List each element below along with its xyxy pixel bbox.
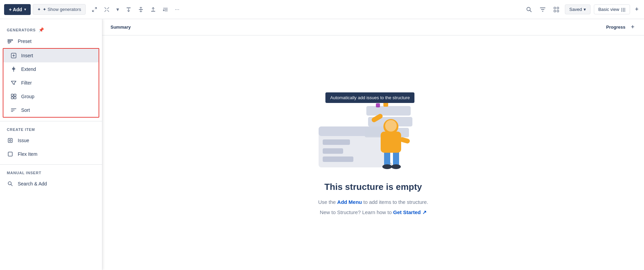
chevron-down-toolbar-icon[interactable]: ▾ (114, 5, 121, 14)
extend-label: Extend (21, 66, 36, 72)
align-bot-icon[interactable] (148, 5, 158, 14)
svg-rect-40 (376, 103, 380, 107)
align-top-icon[interactable] (124, 5, 133, 14)
svg-rect-13 (11, 94, 13, 96)
divider-2 (0, 164, 102, 165)
expand-icon[interactable] (90, 5, 99, 14)
svg-rect-15 (11, 97, 13, 99)
search-add-icon (7, 180, 14, 187)
saved-label: Saved (569, 7, 582, 12)
table-header: Summary Progress + (102, 19, 644, 35)
preset-label: Preset (18, 39, 31, 44)
svg-rect-10 (8, 43, 10, 44)
filter-toolbar-icon[interactable] (538, 5, 548, 14)
add-progress-column-button[interactable]: + (629, 22, 636, 32)
svg-rect-17 (8, 138, 12, 142)
empty-illustration (308, 96, 424, 171)
add-chevron: ▾ (24, 7, 26, 11)
sort-icon (10, 107, 17, 114)
filter-label: Filter (21, 80, 32, 86)
issue-icon (7, 137, 14, 144)
svg-point-31 (382, 164, 392, 169)
more-icon[interactable]: ··· (173, 5, 181, 14)
toolbar-icons: ▾ ··· (90, 5, 181, 14)
auto-add-tooltip: Automatically add issues to the structur… (325, 92, 414, 103)
summary-column-header: Summary (111, 25, 606, 30)
flex-item-label: Flex Item (18, 151, 38, 157)
extend-icon (10, 66, 17, 73)
menu-item-flex-item[interactable]: Flex Item (0, 147, 102, 161)
svg-point-18 (10, 140, 11, 141)
empty-state: Automatically add issues to the structur… (102, 35, 644, 270)
menu-item-group[interactable]: Group (3, 90, 99, 103)
group-label: Group (21, 94, 34, 99)
progress-column-header: Progress (606, 25, 625, 30)
generators-group: Insert Extend Filter Group (3, 48, 99, 118)
issue-label: Issue (18, 138, 29, 143)
pin-icon[interactable]: 📌 (39, 27, 44, 32)
saved-button[interactable]: Saved ▾ (565, 4, 590, 14)
svg-rect-23 (323, 139, 350, 145)
structure-toolbar-icon[interactable] (551, 5, 561, 14)
dropdown-panel: GENERATORS 📌 Preset Insert (0, 19, 102, 270)
svg-rect-25 (323, 156, 353, 162)
illustration-wrapper: Automatically add issues to the structur… (322, 89, 424, 171)
add-menu-link[interactable]: Add Menu (337, 199, 362, 205)
wand-icon: ✦ (37, 7, 41, 12)
menu-item-issue[interactable]: Issue (0, 134, 102, 147)
menu-item-sort[interactable]: Sort (3, 103, 99, 117)
insert-label: Insert (21, 53, 33, 58)
flex-item-icon (7, 151, 14, 158)
svg-rect-6 (554, 10, 556, 12)
svg-rect-16 (14, 97, 16, 99)
svg-rect-1 (139, 9, 143, 10)
search-toolbar-icon[interactable] (524, 5, 534, 14)
svg-rect-9 (8, 41, 11, 42)
svg-rect-19 (8, 152, 12, 156)
empty-title: This structure is empty (324, 182, 422, 192)
manual-insert-section-label: MANUAL INSERT (0, 168, 102, 177)
indent-icon[interactable] (161, 5, 170, 14)
align-mid-icon[interactable] (136, 5, 146, 14)
content-area: GENERATORS 📌 Preset Insert (0, 19, 644, 270)
svg-rect-7 (557, 10, 559, 12)
create-item-section-label: CREATE ITEM (0, 125, 102, 134)
svg-point-35 (385, 120, 397, 132)
toolbar-right: Saved ▾ Basic view ||| + (524, 4, 640, 14)
collapse-icon[interactable] (102, 5, 112, 14)
basic-view-label: Basic view (598, 7, 619, 12)
show-generators-button[interactable]: ✦ ✦ Show generators (33, 4, 86, 15)
menu-item-search-add[interactable]: Search & Add (0, 177, 102, 191)
toolbar: + Add ▾ ✦ ✦ Show generators ▾ ··· (0, 0, 644, 19)
generators-section-label: GENERATORS 📌 (0, 25, 102, 34)
saved-chevron: ▾ (584, 7, 586, 12)
svg-point-32 (391, 164, 401, 169)
divider-1 (0, 121, 102, 121)
preset-icon (7, 38, 14, 45)
lines-icon: ||| (621, 7, 626, 12)
filter-menu-icon (10, 79, 17, 86)
main-panel: Summary Progress + Automatically add iss… (102, 19, 644, 270)
menu-item-filter[interactable]: Filter (3, 76, 99, 90)
svg-rect-2 (151, 11, 155, 12)
group-icon (10, 93, 17, 100)
svg-rect-24 (323, 148, 343, 154)
menu-item-extend[interactable]: Extend (3, 62, 99, 76)
add-label: + Add (9, 7, 22, 12)
svg-rect-26 (366, 106, 411, 116)
empty-subtitle-2: New to Structure? Learn how to Get Start… (320, 208, 426, 217)
menu-item-preset[interactable]: Preset (0, 34, 102, 48)
svg-rect-0 (127, 7, 131, 8)
basic-view-button[interactable]: Basic view ||| (594, 4, 630, 14)
get-started-link[interactable]: Get Started ↗ (393, 209, 427, 215)
search-add-label: Search & Add (18, 181, 47, 186)
svg-rect-14 (14, 94, 16, 96)
svg-rect-8 (8, 40, 13, 41)
add-button[interactable]: + Add ▾ (4, 4, 31, 15)
menu-item-insert[interactable]: Insert (3, 49, 99, 62)
svg-rect-4 (554, 7, 556, 9)
svg-rect-5 (557, 7, 559, 9)
insert-icon (10, 52, 17, 59)
empty-subtitle-1: Use the Add Menu to add items to the str… (318, 198, 428, 207)
add-column-button[interactable]: + (633, 4, 640, 14)
